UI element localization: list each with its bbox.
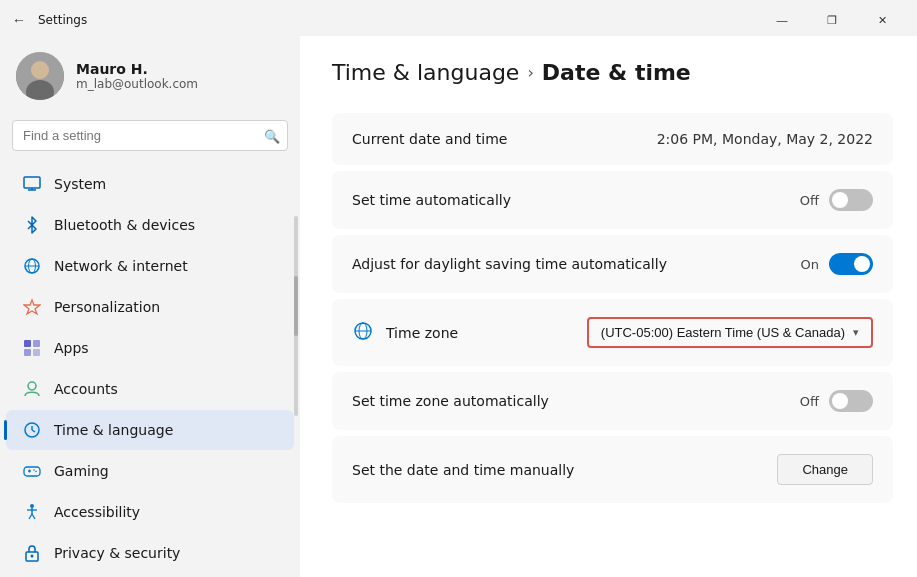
avatar: [16, 52, 64, 100]
privacy-icon: [22, 543, 42, 563]
maximize-button[interactable]: ❐: [809, 6, 855, 34]
close-button[interactable]: ✕: [859, 6, 905, 34]
sidebar-item-label-time: Time & language: [54, 422, 173, 438]
toggle-timezone-auto[interactable]: [829, 390, 873, 412]
svg-rect-12: [33, 349, 40, 356]
sidebar-item-label-network: Network & internet: [54, 258, 188, 274]
sidebar-item-accounts[interactable]: Accounts: [6, 369, 294, 409]
settings-row-timezone: Time zone(UTC-05:00) Eastern Time (US & …: [332, 299, 893, 366]
sidebar-item-label-gaming: Gaming: [54, 463, 109, 479]
toggle-set-time-auto[interactable]: [829, 189, 873, 211]
toggle-label-timezone-auto: Off: [800, 394, 819, 409]
change-button-set-datetime-manual[interactable]: Change: [777, 454, 873, 485]
settings-row-set-datetime-manual: Set the date and time manuallyChange: [332, 436, 893, 503]
chevron-down-icon: ▾: [853, 326, 859, 339]
sidebar-item-apps[interactable]: Apps: [6, 328, 294, 368]
label-timezone: Time zone: [352, 320, 458, 345]
sidebar-item-label-personalization: Personalization: [54, 299, 160, 315]
user-email: m_lab@outlook.com: [76, 77, 198, 91]
sidebar-item-network[interactable]: Network & internet: [6, 246, 294, 286]
sidebar-item-label-privacy: Privacy & security: [54, 545, 180, 561]
settings-section-set-time-auto: Set time automaticallyOff: [332, 171, 893, 229]
settings-section-timezone-auto: Set time zone automaticallyOff: [332, 372, 893, 430]
svg-point-22: [30, 504, 34, 508]
settings-section-daylight-saving: Adjust for daylight saving time automati…: [332, 235, 893, 293]
svg-rect-17: [24, 467, 40, 476]
settings-section-timezone: Time zone(UTC-05:00) Eastern Time (US & …: [332, 299, 893, 366]
page-header: Time & language › Date & time: [332, 60, 893, 85]
sidebar: Mauro H. m_lab@outlook.com 🔍 SystemBluet…: [0, 36, 300, 577]
sidebar-item-privacy[interactable]: Privacy & security: [6, 533, 294, 573]
breadcrumb-parent: Time & language: [332, 60, 519, 85]
sidebar-item-label-apps: Apps: [54, 340, 89, 356]
sidebar-item-label-bluetooth: Bluetooth & devices: [54, 217, 195, 233]
svg-rect-9: [24, 340, 31, 347]
svg-rect-3: [24, 177, 40, 188]
accessibility-icon: [22, 502, 42, 522]
app-title: Settings: [38, 13, 87, 27]
sidebar-item-label-system: System: [54, 176, 106, 192]
title-bar: ← Settings — ❐ ✕: [0, 0, 917, 36]
minimize-button[interactable]: —: [759, 6, 805, 34]
svg-rect-10: [33, 340, 40, 347]
value-timezone-auto: Off: [800, 390, 873, 412]
system-icon: [22, 174, 42, 194]
svg-point-21: [35, 471, 37, 473]
breadcrumb-current: Date & time: [542, 60, 691, 85]
breadcrumb-chevron: ›: [527, 63, 533, 82]
user-name: Mauro H.: [76, 61, 198, 77]
bluetooth-icon: [22, 215, 42, 235]
svg-point-1: [31, 61, 49, 79]
gaming-icon: [22, 461, 42, 481]
nav-list: SystemBluetooth & devicesNetwork & inter…: [0, 163, 300, 574]
toggle-label-daylight-saving: On: [801, 257, 819, 272]
sidebar-item-accessibility[interactable]: Accessibility: [6, 492, 294, 532]
timezone-value: (UTC-05:00) Eastern Time (US & Canada): [601, 325, 845, 340]
current-datetime-value: 2:06 PM, Monday, May 2, 2022: [657, 131, 873, 147]
sidebar-item-system[interactable]: System: [6, 164, 294, 204]
svg-line-16: [32, 430, 35, 432]
label-daylight-saving: Adjust for daylight saving time automati…: [352, 256, 667, 272]
app-body: Mauro H. m_lab@outlook.com 🔍 SystemBluet…: [0, 36, 917, 577]
value-daylight-saving: On: [801, 253, 873, 275]
settings-row-daylight-saving: Adjust for daylight saving time automati…: [332, 235, 893, 293]
value-set-time-auto: Off: [800, 189, 873, 211]
svg-point-32: [362, 322, 364, 324]
label-current-datetime: Current date and time: [352, 131, 507, 147]
personalization-icon: [22, 297, 42, 317]
search-box: 🔍: [12, 120, 288, 151]
value-set-datetime-manual: Change: [777, 454, 873, 485]
settings-section-current-datetime: Current date and time2:06 PM, Monday, Ma…: [332, 113, 893, 165]
svg-point-13: [28, 382, 36, 390]
label-timezone-auto: Set time zone automatically: [352, 393, 549, 409]
settings-row-timezone-auto: Set time zone automaticallyOff: [332, 372, 893, 430]
sidebar-item-gaming[interactable]: Gaming: [6, 451, 294, 491]
toggle-daylight-saving[interactable]: [829, 253, 873, 275]
user-profile: Mauro H. m_lab@outlook.com: [0, 36, 300, 120]
svg-rect-11: [24, 349, 31, 356]
back-button[interactable]: ←: [12, 12, 26, 28]
timezone-dropdown[interactable]: (UTC-05:00) Eastern Time (US & Canada)▾: [587, 317, 873, 348]
timezone-icon: [352, 320, 374, 345]
svg-point-28: [31, 555, 34, 558]
accounts-icon: [22, 379, 42, 399]
sidebar-item-label-accounts: Accounts: [54, 381, 118, 397]
label-set-time-auto: Set time automatically: [352, 192, 511, 208]
svg-line-26: [32, 514, 35, 519]
value-timezone: (UTC-05:00) Eastern Time (US & Canada)▾: [587, 317, 873, 348]
settings-row-set-time-auto: Set time automaticallyOff: [332, 171, 893, 229]
value-current-datetime: 2:06 PM, Monday, May 2, 2022: [657, 131, 873, 147]
network-icon: [22, 256, 42, 276]
sidebar-item-label-accessibility: Accessibility: [54, 504, 140, 520]
window-controls: — ❐ ✕: [759, 6, 905, 34]
main-content: Time & language › Date & time Current da…: [300, 36, 917, 577]
svg-point-20: [33, 469, 35, 471]
sidebar-item-bluetooth[interactable]: Bluetooth & devices: [6, 205, 294, 245]
search-input[interactable]: [12, 120, 288, 151]
settings-section-set-datetime-manual: Set the date and time manuallyChange: [332, 436, 893, 503]
time-icon: [22, 420, 42, 440]
sidebar-item-personalization[interactable]: Personalization: [6, 287, 294, 327]
label-set-datetime-manual: Set the date and time manually: [352, 462, 574, 478]
apps-icon: [22, 338, 42, 358]
sidebar-item-time[interactable]: Time & language: [6, 410, 294, 450]
